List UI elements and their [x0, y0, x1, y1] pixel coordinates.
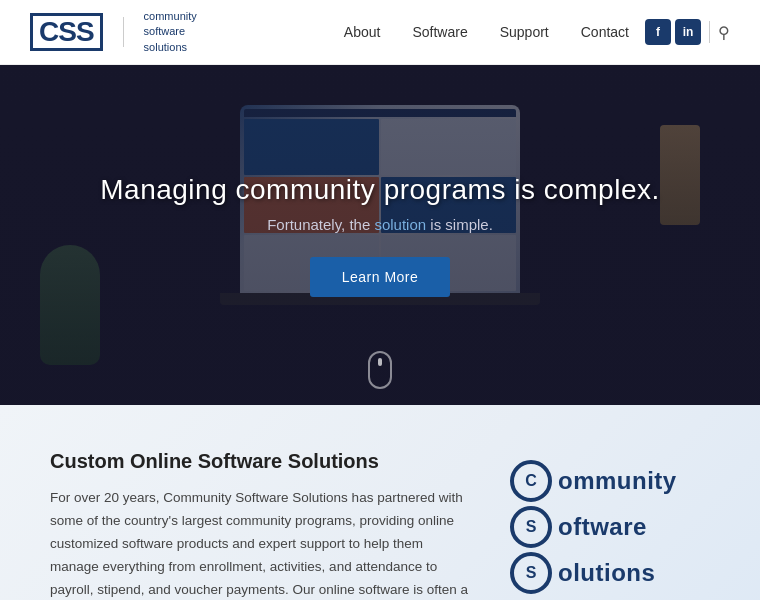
social-links: f in: [645, 19, 701, 45]
info-section-body: For over 20 years, Community Software So…: [50, 487, 470, 600]
logo-s2-circle: S: [510, 552, 552, 594]
nav-link-about[interactable]: About: [328, 24, 397, 40]
learn-more-button[interactable]: Learn More: [310, 257, 451, 297]
hero-content: Managing community programs is complex. …: [80, 154, 679, 317]
logo-software-text: oftware: [558, 513, 647, 541]
logo-community-text: ommunity: [558, 467, 677, 495]
info-section: Custom Online Software Solutions For ove…: [0, 405, 760, 600]
nav-link-support[interactable]: Support: [484, 24, 565, 40]
facebook-icon[interactable]: f: [645, 19, 671, 45]
hero-title: Managing community programs is complex.: [100, 174, 659, 206]
logo-solutions-text: olutions: [558, 559, 655, 587]
info-logo-block: C ommunity S oftware S olutions: [510, 450, 710, 598]
logo-s1-circle: S: [510, 506, 552, 548]
logo-software-line: S oftware: [510, 506, 647, 548]
logo-solutions-line: S olutions: [510, 552, 655, 594]
logo-c-circle: C: [510, 460, 552, 502]
nav-link-software[interactable]: Software: [396, 24, 483, 40]
logo-divider: [123, 17, 124, 47]
logo-area: CSS community software solutions: [30, 9, 197, 55]
main-nav: About Software Support Contact f in ⚲: [328, 19, 730, 45]
scroll-dot: [378, 358, 382, 366]
nav-divider: [709, 21, 710, 43]
logo-community-line: C ommunity: [510, 460, 677, 502]
search-icon[interactable]: ⚲: [718, 23, 730, 42]
hero-section: Managing community programs is complex. …: [0, 65, 760, 405]
info-section-title: Custom Online Software Solutions: [50, 450, 470, 473]
nav-link-contact[interactable]: Contact: [565, 24, 645, 40]
logo-icon: CSS: [30, 13, 103, 51]
site-header: CSS community software solutions About S…: [0, 0, 760, 65]
hero-subtitle: Fortunately, the solution is simple.: [100, 216, 659, 233]
logo-abbr: CSS: [30, 13, 103, 51]
logo-text: community software solutions: [144, 9, 197, 55]
linkedin-icon[interactable]: in: [675, 19, 701, 45]
scroll-indicator: [368, 351, 392, 389]
info-text-block: Custom Online Software Solutions For ove…: [50, 450, 470, 600]
